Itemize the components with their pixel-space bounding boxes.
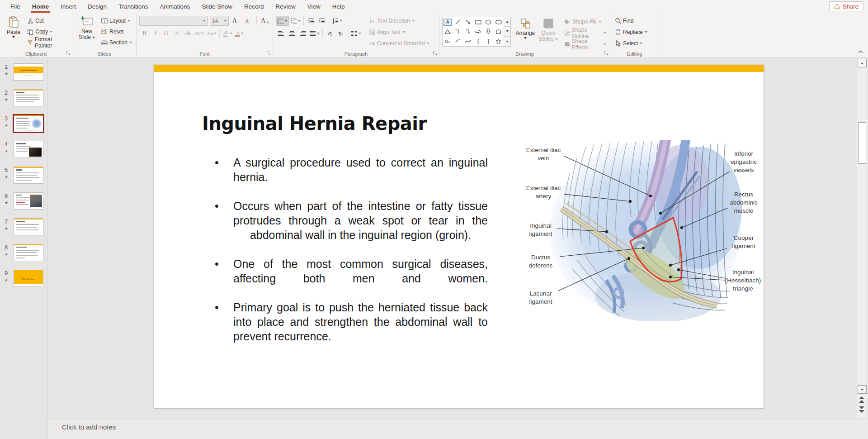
format-painter-button[interactable]: Format Painter	[25, 38, 70, 48]
shape-effects-button[interactable]: Shape Effects	[562, 39, 608, 49]
font-color-button[interactable]: A	[234, 29, 245, 38]
tab-file[interactable]: File	[5, 0, 26, 13]
vertical-scrollbar[interactable]	[857, 59, 867, 418]
star-shape[interactable]	[494, 37, 504, 46]
increase-indent-button[interactable]	[316, 16, 327, 26]
clear-formatting-button[interactable]: A◇	[260, 16, 270, 26]
character-spacing-button[interactable]: AV	[193, 29, 205, 38]
clipboard-dialog-launcher[interactable]	[65, 50, 71, 56]
rounded-rectangle-shape[interactable]	[494, 18, 504, 27]
layout-button[interactable]: Layout	[99, 16, 134, 26]
thumbnail-slide-4[interactable]: 4★	[0, 141, 47, 158]
slide-title-textbox[interactable]: Inguinal Hernia Repair	[202, 113, 427, 134]
tab-transitions[interactable]: Transitions	[113, 0, 154, 13]
thumbnail-slide-9[interactable]: 9★ Thank You	[0, 270, 47, 287]
next-slide-button[interactable]	[859, 406, 865, 414]
slide-thumbnail-image[interactable]: Thank You	[14, 270, 43, 287]
slide-thumbnail-image[interactable]	[14, 192, 43, 210]
strikethrough-button[interactable]: ab	[183, 29, 193, 38]
notes-pane[interactable]: Click to add notes	[47, 419, 868, 439]
thumbnail-slide-7[interactable]: 7★	[0, 218, 47, 235]
align-left-button[interactable]	[276, 29, 286, 38]
curve-shape[interactable]	[463, 37, 473, 46]
change-case-button[interactable]: Aa	[206, 29, 217, 38]
tab-design[interactable]: Design	[82, 0, 113, 13]
scroll-up-button[interactable]	[858, 59, 867, 67]
left-brace-shape[interactable]: {	[473, 37, 483, 46]
text-direction-button[interactable]: A Text Direction	[368, 16, 431, 26]
select-button[interactable]: Select	[613, 38, 649, 48]
copy-button[interactable]: Copy	[25, 27, 70, 37]
ltr-paragraph-button[interactable]: ›¶	[325, 29, 335, 38]
slide-thumbnail-image[interactable]	[14, 115, 43, 132]
new-slide-button[interactable]: New Slide	[75, 15, 99, 49]
slide-accent-bar[interactable]	[154, 65, 764, 72]
right-brace-shape[interactable]: }	[483, 37, 493, 46]
convert-to-smartart-button[interactable]: Convert to SmartArt	[368, 38, 431, 48]
shape-gallery-down-button[interactable]	[504, 27, 510, 36]
thumbnail-slide-5[interactable]: 5★	[0, 167, 47, 184]
rtl-paragraph-button[interactable]: ¶‹	[335, 29, 346, 38]
right-block-arrow-shape[interactable]	[473, 27, 483, 36]
align-center-button[interactable]	[287, 29, 297, 38]
collapse-ribbon-button[interactable]	[856, 48, 864, 55]
tab-insert[interactable]: Insert	[55, 0, 82, 13]
anatomy-diagram-image[interactable]: External iliac vein External iliac arter…	[523, 140, 764, 321]
slide-thumbnail-image[interactable]	[14, 244, 43, 261]
decrease-indent-button[interactable]	[306, 16, 316, 26]
tab-view[interactable]: View	[302, 0, 326, 13]
previous-slide-button[interactable]	[859, 396, 865, 404]
thumbnail-slide-1[interactable]: 1★	[0, 63, 47, 81]
text-shadow-button[interactable]: S	[172, 29, 182, 38]
line-spacing-button[interactable]	[331, 16, 343, 26]
shape-gallery-more-button[interactable]	[504, 37, 510, 46]
section-button[interactable]: Section	[99, 38, 134, 48]
numbering-button[interactable]	[289, 16, 302, 26]
tab-help[interactable]: Help	[326, 0, 351, 13]
down-block-arrow-shape[interactable]	[483, 27, 493, 36]
slide-thumbnail-image[interactable]	[14, 63, 43, 81]
reset-button[interactable]: Reset	[99, 27, 134, 37]
tab-animations[interactable]: Animations	[154, 0, 196, 13]
drawing-dialog-launcher[interactable]	[603, 50, 609, 56]
text-highlight-button[interactable]	[222, 29, 233, 38]
shape-gallery-up-button[interactable]	[504, 17, 510, 27]
tab-slide-show[interactable]: Slide Show	[196, 0, 238, 13]
slide-body-textbox[interactable]: A surgical procedure used to correct an …	[215, 155, 488, 358]
line-shape[interactable]	[453, 18, 463, 27]
shrink-font-button[interactable]: Aˇ	[243, 16, 253, 26]
elbow-connector-shape[interactable]	[453, 27, 463, 36]
columns-button[interactable]	[350, 29, 362, 38]
cut-button[interactable]: Cut	[25, 16, 70, 26]
oval-shape[interactable]	[483, 18, 493, 27]
triangle-shape[interactable]	[443, 27, 453, 36]
scrollbar-thumb[interactable]	[858, 122, 866, 164]
tab-home[interactable]: Home	[26, 0, 55, 13]
quick-styles-button[interactable]: Quick Styles	[538, 17, 559, 42]
thumbnail-slide-2[interactable]: 2★	[0, 89, 47, 106]
arrow-shape[interactable]	[463, 18, 473, 27]
elbow-arrow-connector-shape[interactable]	[463, 27, 473, 36]
replace-button[interactable]: b c Replace	[613, 27, 649, 37]
tab-review[interactable]: Review	[269, 0, 301, 13]
scroll-down-button[interactable]	[858, 385, 867, 394]
text-box-shape[interactable]: A	[444, 19, 451, 25]
slide-thumbnail-image[interactable]	[14, 89, 43, 106]
font-dialog-launcher[interactable]	[265, 50, 271, 56]
italic-button[interactable]: I	[150, 29, 160, 38]
paragraph-dialog-launcher[interactable]	[432, 50, 438, 56]
shape-fill-button[interactable]: Shape Fill	[562, 17, 608, 27]
thumbnail-slide-6[interactable]: 6★	[0, 192, 47, 210]
share-button[interactable]: Share	[829, 1, 863, 11]
bold-button[interactable]: B	[139, 29, 150, 38]
tab-record[interactable]: Record	[238, 0, 270, 13]
shape-outline-button[interactable]: Shape Outline	[562, 28, 608, 38]
align-text-button[interactable]: Align Text	[368, 27, 431, 37]
slide-canvas[interactable]: Inguinal Hernia Repair A surgical proced…	[154, 65, 764, 409]
thumbnail-slide-8[interactable]: 8★	[0, 244, 47, 261]
freeform-shape[interactable]	[494, 27, 504, 36]
grow-font-button[interactable]: Aˆ	[231, 16, 241, 26]
slide-thumbnail-image[interactable]	[14, 141, 43, 158]
align-right-button[interactable]	[297, 29, 308, 38]
underline-button[interactable]: U	[161, 29, 171, 38]
